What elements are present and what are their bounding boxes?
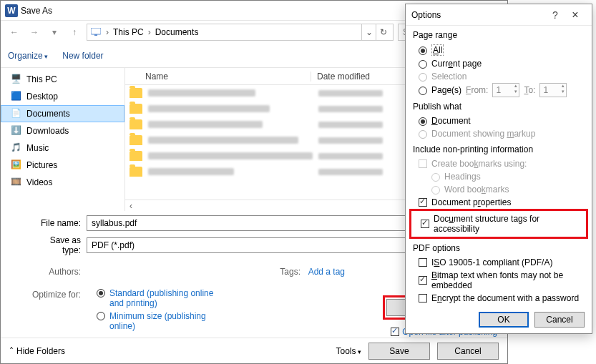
- ok-button[interactable]: OK: [479, 312, 529, 328]
- radio-icon: [419, 117, 427, 126]
- ok-label: OK: [497, 315, 509, 325]
- recent-dropdown-icon[interactable]: ▾: [47, 24, 62, 40]
- folder-icon: [130, 88, 142, 98]
- to-spinner[interactable]: 1: [539, 83, 567, 97]
- checkbox-icon: [391, 328, 399, 336]
- col-name[interactable]: Name: [125, 72, 311, 82]
- options-titlebar: Options ? ×: [406, 4, 592, 26]
- close-icon[interactable]: ×: [565, 9, 586, 21]
- checkbox-label: Document structure tags for accessibilit…: [434, 214, 585, 234]
- section-title: PDF options: [413, 243, 585, 253]
- breadcrumb[interactable]: This PC Documents ⌄ ↻: [87, 24, 394, 41]
- radio-label: Selection: [431, 72, 466, 82]
- tree-item-documents[interactable]: 📄 Documents: [1, 105, 124, 122]
- monitor-icon: [90, 26, 102, 38]
- tree-item-music[interactable]: 🎵 Music: [1, 139, 124, 157]
- blurred-date: [318, 169, 383, 175]
- iso-checkbox[interactable]: ISO 19005-1 compliant (PDF/A): [413, 256, 585, 269]
- radio-icon: [431, 173, 440, 182]
- cancel-button[interactable]: Cancel: [534, 312, 585, 328]
- checkbox-label: Create bookmarks using:: [431, 159, 527, 169]
- forward-icon[interactable]: →: [26, 24, 42, 40]
- videos-icon: 🎞️: [11, 177, 22, 188]
- breadcrumb-history-icon[interactable]: ⌄: [361, 24, 376, 40]
- svg-rect-0: [91, 28, 101, 34]
- optimize-label: Optimize for:: [29, 290, 87, 300]
- blurred-name: [148, 137, 298, 144]
- tree-item-downloads[interactable]: ⬇️ Downloads: [1, 122, 124, 139]
- svg-rect-1: [94, 34, 97, 36]
- breadcrumb-folder[interactable]: Documents: [155, 27, 199, 37]
- cancel-label: Cancel: [546, 315, 572, 325]
- desktop-icon: 🟦: [11, 91, 22, 102]
- page-range-all-radio[interactable]: All: [413, 43, 585, 57]
- publish-section: Publish what Document Document showing m…: [413, 102, 585, 140]
- new-folder-button[interactable]: New folder: [62, 51, 103, 61]
- encrypt-checkbox[interactable]: Encrypt the document with a password: [413, 292, 585, 305]
- bitmap-checkbox[interactable]: Bitmap text when fonts may not be embedd…: [413, 269, 585, 292]
- save-type-label: Save as type:: [29, 235, 87, 255]
- blurred-date: [318, 106, 383, 112]
- checkbox-label: ISO 19005-1 compliant (PDF/A): [431, 257, 552, 267]
- blurred-name: [148, 152, 313, 159]
- page-range-selection-radio: Selection: [413, 70, 585, 83]
- checkbox-icon: [419, 276, 427, 285]
- blurred-date: [318, 90, 383, 97]
- radio-icon: [431, 186, 440, 195]
- folder-icon: [130, 119, 142, 129]
- tree-label: Desktop: [26, 92, 58, 102]
- col-date[interactable]: Date modified: [311, 72, 370, 82]
- up-icon[interactable]: ↑: [67, 24, 82, 40]
- breadcrumb-sep: [104, 27, 110, 37]
- checkbox-icon: [419, 294, 427, 302]
- section-title: Publish what: [413, 102, 585, 112]
- folder-icon: [130, 167, 142, 177]
- checkbox-label: Document properties: [431, 197, 511, 207]
- authors-label: Authors:: [29, 267, 87, 277]
- page-range-pages-radio[interactable]: Page(s) From: 1 To: 1: [413, 83, 585, 97]
- radio-label: Standard (publishing online and printing…: [109, 288, 224, 308]
- page-range-section: Page range All Current page Selection Pa…: [413, 30, 585, 97]
- tree-item-videos[interactable]: 🎞️ Videos: [1, 174, 124, 191]
- checkbox-icon: [421, 220, 429, 228]
- publish-document-radio[interactable]: Document: [413, 114, 585, 127]
- optimize-minimum-radio[interactable]: Minimum size (publishing online): [89, 311, 249, 331]
- folder-icon: [130, 151, 142, 161]
- chevron-up-icon: ˄: [9, 346, 14, 356]
- from-spinner[interactable]: 1: [492, 83, 519, 97]
- pictures-icon: 🖼️: [11, 159, 22, 171]
- tools-menu[interactable]: Tools: [336, 346, 361, 356]
- breadcrumb-root[interactable]: This PC: [113, 27, 144, 37]
- save-button[interactable]: Save: [368, 343, 430, 360]
- organize-menu[interactable]: Organize: [8, 51, 48, 61]
- help-icon[interactable]: ?: [546, 9, 565, 21]
- structure-tags-checkbox[interactable]: Document structure tags for accessibilit…: [413, 212, 585, 235]
- folder-icon: [130, 104, 142, 114]
- section-title: Page range: [413, 30, 585, 40]
- tree-item-pictures[interactable]: 🖼️ Pictures: [1, 157, 124, 174]
- tree-item-desktop[interactable]: 🟦 Desktop: [1, 88, 124, 105]
- save-label: Save: [389, 346, 409, 356]
- blurred-name: [148, 168, 234, 175]
- folder-tree: 🖥️ This PC 🟦 Desktop 📄 Documents ⬇️ Down…: [1, 68, 125, 211]
- back-icon[interactable]: ←: [6, 24, 22, 40]
- blurred-name: [148, 89, 255, 97]
- structure-tags-highlight: Document structure tags for accessibilit…: [409, 209, 588, 239]
- folder-icon: [130, 135, 142, 145]
- optimize-standard-radio[interactable]: Standard (publishing online and printing…: [89, 288, 249, 308]
- hide-folders-button[interactable]: ˄ Hide Folders: [9, 346, 65, 356]
- breadcrumb-sep: [147, 27, 152, 37]
- radio-label: Page(s): [431, 85, 461, 95]
- doc-properties-checkbox[interactable]: Document properties: [413, 196, 585, 209]
- bookmarks-checkbox[interactable]: Create bookmarks using:: [413, 157, 585, 170]
- refresh-icon[interactable]: ↻: [376, 24, 390, 40]
- page-range-current-radio[interactable]: Current page: [413, 57, 585, 70]
- scroll-left-icon[interactable]: ‹: [125, 201, 137, 211]
- cancel-button[interactable]: Cancel: [437, 343, 499, 360]
- save-type-value: PDF (*.pdf): [92, 240, 135, 250]
- add-tag-link[interactable]: Add a tag: [308, 267, 345, 277]
- bookmarks-word-radio: Word bookmarks: [413, 183, 585, 196]
- radio-icon: [419, 46, 427, 55]
- checkbox-icon: [419, 159, 427, 168]
- tree-item-this-pc[interactable]: 🖥️ This PC: [1, 71, 124, 88]
